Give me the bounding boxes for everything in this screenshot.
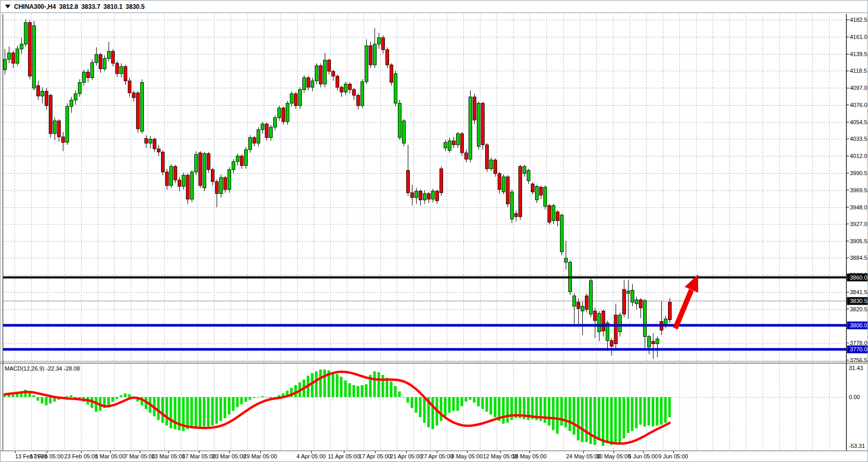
candle-up: [8, 53, 11, 59]
macd-histogram-bar: [644, 397, 646, 427]
candle-up: [191, 172, 194, 199]
candle-up: [361, 82, 364, 105]
macd-histogram-bar: [602, 397, 605, 446]
candle-up: [228, 169, 231, 189]
quote-low: 3810.1: [103, 3, 123, 10]
candle-down: [145, 138, 148, 143]
candle-up: [203, 154, 206, 188]
macd-histogram-bar: [361, 385, 364, 397]
macd-histogram-bar: [423, 397, 426, 423]
candle-up: [398, 103, 402, 138]
macd-histogram-bar: [411, 397, 413, 408]
candle-up: [324, 60, 327, 84]
macd-histogram-bar: [390, 381, 393, 397]
price-tick-label: 4033.5: [850, 136, 867, 142]
candle-down: [407, 170, 410, 193]
price-tick-label: 3905.5: [850, 238, 867, 244]
date-tick-label: 9 Jun 05:00: [658, 453, 688, 459]
candle-down: [87, 72, 90, 78]
candle-down: [411, 193, 414, 197]
candle-down: [473, 97, 476, 120]
symbol-label: CHINA300-,H4: [14, 3, 56, 10]
candle-up: [278, 108, 281, 117]
candle-up: [469, 97, 472, 159]
macd-histogram-bar: [249, 397, 251, 400]
candle-down: [29, 22, 32, 76]
macd-histogram-bar: [627, 397, 630, 433]
macd-histogram-bar: [373, 371, 376, 397]
candle-down: [390, 65, 393, 83]
candle-up: [590, 281, 593, 314]
candle-up: [598, 313, 601, 332]
date-tick-label: 30 May 05:00: [596, 453, 631, 459]
macd-histogram-bar: [444, 397, 447, 416]
price-tick-label: 3948.0: [850, 204, 867, 210]
candle-down: [353, 90, 356, 96]
candle-down: [58, 121, 61, 137]
svg-text:3830.5: 3830.5: [850, 298, 867, 304]
macd-histogram-bar: [598, 397, 600, 440]
macd-histogram-bar: [452, 397, 455, 411]
candle-down: [166, 172, 169, 186]
macd-histogram-bar: [590, 397, 592, 444]
candle-down: [486, 145, 489, 169]
symbol-dropdown-icon[interactable]: [5, 5, 10, 8]
macd-label: MACD(12,26,9) -22.34 -28.08: [5, 365, 80, 372]
candle-up: [573, 296, 576, 306]
price-tick-label: 3969.5: [850, 187, 867, 193]
candle-down: [49, 95, 52, 134]
candle-up: [120, 67, 123, 74]
macd-histogram-bar: [448, 397, 451, 413]
macd-histogram-bar: [199, 397, 202, 427]
macd-histogram-bar: [473, 397, 476, 403]
date-tick-label: 11 Apr 05:00: [328, 453, 360, 459]
candle-up: [502, 177, 505, 192]
price-tick-label: 4182.5: [850, 17, 867, 23]
macd-histogram-bar: [482, 397, 484, 409]
candle-up: [457, 134, 460, 145]
macd-scale-label: -53.31: [849, 443, 865, 449]
macd-histogram-bar: [606, 397, 609, 443]
candle-up: [220, 178, 223, 194]
macd-histogram-bar: [477, 397, 480, 406]
candle-up: [33, 26, 36, 88]
candle-down: [494, 160, 497, 174]
macd-histogram-bar: [560, 397, 563, 426]
macd-histogram-bar: [581, 397, 584, 442]
candle-down: [12, 53, 15, 63]
candle-up: [560, 215, 564, 252]
candle-up: [536, 187, 539, 200]
candle-up: [83, 72, 86, 83]
candle-down: [99, 55, 102, 69]
candle-down: [482, 103, 485, 145]
level-price-label: 3770.0: [847, 346, 868, 353]
macd-histogram-bar: [585, 397, 588, 442]
price-tick-label: 4161.0: [850, 34, 867, 40]
macd-histogram-bar: [116, 397, 118, 399]
macd-histogram-bar: [357, 386, 359, 397]
candle-down: [440, 169, 443, 193]
macd-histogram-bar: [232, 397, 235, 411]
macd-histogram-bar: [486, 397, 488, 412]
macd-histogram-bar: [203, 397, 206, 427]
macd-histogram-bar: [565, 397, 567, 427]
candle-up: [444, 142, 447, 148]
candle-up: [415, 191, 418, 197]
candle-up: [511, 192, 514, 219]
price-tick-label: 4012.0: [850, 153, 867, 159]
candle-up: [286, 103, 289, 122]
macd-histogram-bar: [241, 397, 243, 404]
candle-down: [153, 139, 156, 149]
macd-histogram-bar: [378, 372, 380, 397]
price-tick-label: 3756.5: [850, 357, 867, 363]
macd-histogram-bar: [490, 397, 492, 415]
macd-histogram-bar: [502, 397, 505, 424]
macd-histogram-bar: [403, 397, 405, 398]
price-chart-canvas[interactable]: 4182.54161.04139.54118.54097.04076.04054…: [1, 1, 868, 462]
macd-histogram-bar: [548, 397, 551, 426]
candle-down: [328, 60, 331, 72]
candle-down: [428, 193, 431, 199]
candle-up: [70, 100, 73, 107]
macd-histogram-bar: [457, 397, 459, 411]
candle-down: [116, 63, 119, 74]
